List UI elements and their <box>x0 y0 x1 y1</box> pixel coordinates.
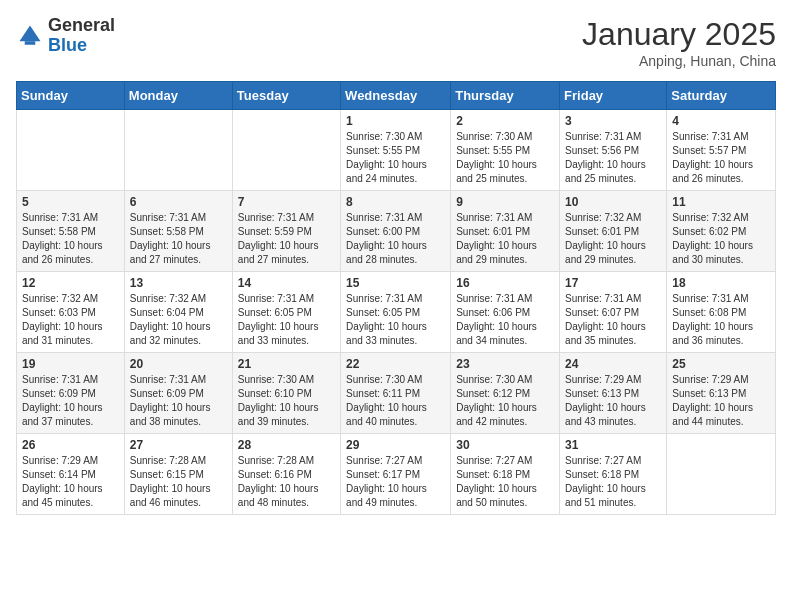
day-info: Sunrise: 7:30 AM Sunset: 6:10 PM Dayligh… <box>238 373 335 429</box>
day-info: Sunrise: 7:32 AM Sunset: 6:01 PM Dayligh… <box>565 211 661 267</box>
day-number: 9 <box>456 195 554 209</box>
day-info: Sunrise: 7:31 AM Sunset: 5:59 PM Dayligh… <box>238 211 335 267</box>
calendar-cell: 14Sunrise: 7:31 AM Sunset: 6:05 PM Dayli… <box>232 272 340 353</box>
column-header-sunday: Sunday <box>17 82 125 110</box>
calendar-cell: 1Sunrise: 7:30 AM Sunset: 5:55 PM Daylig… <box>341 110 451 191</box>
day-number: 27 <box>130 438 227 452</box>
calendar-cell: 8Sunrise: 7:31 AM Sunset: 6:00 PM Daylig… <box>341 191 451 272</box>
day-number: 13 <box>130 276 227 290</box>
calendar-cell: 3Sunrise: 7:31 AM Sunset: 5:56 PM Daylig… <box>560 110 667 191</box>
month-year: January 2025 <box>582 16 776 53</box>
day-info: Sunrise: 7:30 AM Sunset: 6:11 PM Dayligh… <box>346 373 445 429</box>
day-info: Sunrise: 7:30 AM Sunset: 5:55 PM Dayligh… <box>456 130 554 186</box>
day-info: Sunrise: 7:31 AM Sunset: 6:08 PM Dayligh… <box>672 292 770 348</box>
day-number: 26 <box>22 438 119 452</box>
column-header-monday: Monday <box>124 82 232 110</box>
day-info: Sunrise: 7:30 AM Sunset: 6:12 PM Dayligh… <box>456 373 554 429</box>
calendar-week-row: 19Sunrise: 7:31 AM Sunset: 6:09 PM Dayli… <box>17 353 776 434</box>
day-info: Sunrise: 7:31 AM Sunset: 6:09 PM Dayligh… <box>22 373 119 429</box>
day-info: Sunrise: 7:31 AM Sunset: 5:57 PM Dayligh… <box>672 130 770 186</box>
day-info: Sunrise: 7:32 AM Sunset: 6:02 PM Dayligh… <box>672 211 770 267</box>
calendar-cell: 4Sunrise: 7:31 AM Sunset: 5:57 PM Daylig… <box>667 110 776 191</box>
day-info: Sunrise: 7:32 AM Sunset: 6:03 PM Dayligh… <box>22 292 119 348</box>
calendar-cell: 15Sunrise: 7:31 AM Sunset: 6:05 PM Dayli… <box>341 272 451 353</box>
calendar-cell <box>232 110 340 191</box>
day-number: 7 <box>238 195 335 209</box>
day-info: Sunrise: 7:31 AM Sunset: 6:01 PM Dayligh… <box>456 211 554 267</box>
calendar-cell <box>124 110 232 191</box>
calendar-cell: 23Sunrise: 7:30 AM Sunset: 6:12 PM Dayli… <box>451 353 560 434</box>
location: Anping, Hunan, China <box>582 53 776 69</box>
day-info: Sunrise: 7:31 AM Sunset: 6:05 PM Dayligh… <box>346 292 445 348</box>
logo-icon <box>16 22 44 50</box>
day-number: 5 <box>22 195 119 209</box>
day-info: Sunrise: 7:29 AM Sunset: 6:13 PM Dayligh… <box>565 373 661 429</box>
day-number: 17 <box>565 276 661 290</box>
calendar-cell: 28Sunrise: 7:28 AM Sunset: 6:16 PM Dayli… <box>232 434 340 515</box>
calendar-cell <box>667 434 776 515</box>
day-info: Sunrise: 7:31 AM Sunset: 5:58 PM Dayligh… <box>22 211 119 267</box>
day-info: Sunrise: 7:32 AM Sunset: 6:04 PM Dayligh… <box>130 292 227 348</box>
day-number: 22 <box>346 357 445 371</box>
day-number: 23 <box>456 357 554 371</box>
svg-marker-0 <box>20 25 41 41</box>
day-info: Sunrise: 7:31 AM Sunset: 5:58 PM Dayligh… <box>130 211 227 267</box>
day-info: Sunrise: 7:27 AM Sunset: 6:17 PM Dayligh… <box>346 454 445 510</box>
calendar-cell: 11Sunrise: 7:32 AM Sunset: 6:02 PM Dayli… <box>667 191 776 272</box>
calendar-cell: 17Sunrise: 7:31 AM Sunset: 6:07 PM Dayli… <box>560 272 667 353</box>
column-header-saturday: Saturday <box>667 82 776 110</box>
day-number: 31 <box>565 438 661 452</box>
day-info: Sunrise: 7:29 AM Sunset: 6:14 PM Dayligh… <box>22 454 119 510</box>
day-number: 1 <box>346 114 445 128</box>
day-number: 16 <box>456 276 554 290</box>
day-info: Sunrise: 7:31 AM Sunset: 6:05 PM Dayligh… <box>238 292 335 348</box>
day-number: 24 <box>565 357 661 371</box>
column-header-tuesday: Tuesday <box>232 82 340 110</box>
column-header-wednesday: Wednesday <box>341 82 451 110</box>
calendar-cell: 31Sunrise: 7:27 AM Sunset: 6:18 PM Dayli… <box>560 434 667 515</box>
calendar-cell: 10Sunrise: 7:32 AM Sunset: 6:01 PM Dayli… <box>560 191 667 272</box>
title-block: January 2025 Anping, Hunan, China <box>582 16 776 69</box>
calendar-cell: 6Sunrise: 7:31 AM Sunset: 5:58 PM Daylig… <box>124 191 232 272</box>
calendar-cell: 18Sunrise: 7:31 AM Sunset: 6:08 PM Dayli… <box>667 272 776 353</box>
calendar-cell: 27Sunrise: 7:28 AM Sunset: 6:15 PM Dayli… <box>124 434 232 515</box>
day-number: 19 <box>22 357 119 371</box>
day-info: Sunrise: 7:31 AM Sunset: 6:07 PM Dayligh… <box>565 292 661 348</box>
calendar-cell: 13Sunrise: 7:32 AM Sunset: 6:04 PM Dayli… <box>124 272 232 353</box>
day-number: 8 <box>346 195 445 209</box>
calendar-cell: 26Sunrise: 7:29 AM Sunset: 6:14 PM Dayli… <box>17 434 125 515</box>
day-info: Sunrise: 7:31 AM Sunset: 5:56 PM Dayligh… <box>565 130 661 186</box>
calendar-cell: 25Sunrise: 7:29 AM Sunset: 6:13 PM Dayli… <box>667 353 776 434</box>
calendar-table: SundayMondayTuesdayWednesdayThursdayFrid… <box>16 81 776 515</box>
day-number: 30 <box>456 438 554 452</box>
calendar-week-row: 12Sunrise: 7:32 AM Sunset: 6:03 PM Dayli… <box>17 272 776 353</box>
day-info: Sunrise: 7:27 AM Sunset: 6:18 PM Dayligh… <box>456 454 554 510</box>
day-number: 25 <box>672 357 770 371</box>
calendar-cell: 5Sunrise: 7:31 AM Sunset: 5:58 PM Daylig… <box>17 191 125 272</box>
calendar-cell: 12Sunrise: 7:32 AM Sunset: 6:03 PM Dayli… <box>17 272 125 353</box>
calendar-cell: 19Sunrise: 7:31 AM Sunset: 6:09 PM Dayli… <box>17 353 125 434</box>
day-number: 29 <box>346 438 445 452</box>
calendar-cell: 29Sunrise: 7:27 AM Sunset: 6:17 PM Dayli… <box>341 434 451 515</box>
column-header-friday: Friday <box>560 82 667 110</box>
day-info: Sunrise: 7:29 AM Sunset: 6:13 PM Dayligh… <box>672 373 770 429</box>
calendar-cell: 30Sunrise: 7:27 AM Sunset: 6:18 PM Dayli… <box>451 434 560 515</box>
day-info: Sunrise: 7:31 AM Sunset: 6:06 PM Dayligh… <box>456 292 554 348</box>
day-info: Sunrise: 7:28 AM Sunset: 6:15 PM Dayligh… <box>130 454 227 510</box>
day-number: 12 <box>22 276 119 290</box>
calendar-week-row: 26Sunrise: 7:29 AM Sunset: 6:14 PM Dayli… <box>17 434 776 515</box>
calendar-cell <box>17 110 125 191</box>
day-number: 15 <box>346 276 445 290</box>
logo: General Blue <box>16 16 115 56</box>
calendar-cell: 2Sunrise: 7:30 AM Sunset: 5:55 PM Daylig… <box>451 110 560 191</box>
day-number: 28 <box>238 438 335 452</box>
day-number: 18 <box>672 276 770 290</box>
calendar-cell: 7Sunrise: 7:31 AM Sunset: 5:59 PM Daylig… <box>232 191 340 272</box>
calendar-week-row: 1Sunrise: 7:30 AM Sunset: 5:55 PM Daylig… <box>17 110 776 191</box>
day-number: 3 <box>565 114 661 128</box>
calendar-cell: 22Sunrise: 7:30 AM Sunset: 6:11 PM Dayli… <box>341 353 451 434</box>
day-number: 2 <box>456 114 554 128</box>
calendar-header-row: SundayMondayTuesdayWednesdayThursdayFrid… <box>17 82 776 110</box>
day-info: Sunrise: 7:31 AM Sunset: 6:09 PM Dayligh… <box>130 373 227 429</box>
svg-rect-1 <box>25 41 36 45</box>
